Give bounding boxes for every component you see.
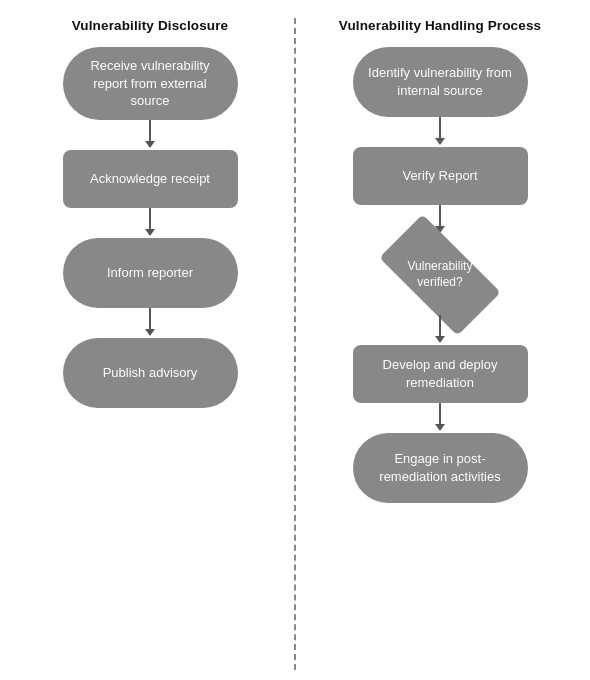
left-column: Vulnerability Disclosure Receive vulnera… [10, 18, 290, 670]
inform-reporter-node: Inform reporter [63, 238, 238, 308]
acknowledge-receipt-node: Acknowledge receipt [63, 150, 238, 208]
receive-report-node: Receive vulnerability report from extern… [63, 47, 238, 120]
connector-1 [149, 120, 151, 142]
publish-advisory-node: Publish advisory [63, 338, 238, 408]
verify-report-node: Verify Report [353, 147, 528, 205]
vulnerability-verified-node: Vulnerability verified? [353, 235, 528, 315]
column-divider [294, 18, 296, 670]
left-column-title: Vulnerability Disclosure [72, 18, 229, 33]
connector-r2 [439, 205, 441, 227]
right-column: Vulnerability Handling Process Identify … [300, 18, 580, 670]
identify-vulnerability-node: Identify vulnerability from internal sou… [353, 47, 528, 117]
right-nodes: Identify vulnerability from internal sou… [300, 47, 580, 503]
left-nodes: Receive vulnerability report from extern… [10, 47, 290, 408]
connector-r3 [439, 315, 441, 337]
connector-r4 [439, 403, 441, 425]
connector-3 [149, 308, 151, 330]
connector-r1 [439, 117, 441, 139]
diamond-label: Vulnerability verified? [385, 259, 495, 290]
right-column-title: Vulnerability Handling Process [339, 18, 541, 33]
engage-post-node: Engage in post-remediation activities [353, 433, 528, 503]
diagram-container: Vulnerability Disclosure Receive vulnera… [0, 0, 590, 680]
connector-2 [149, 208, 151, 230]
develop-deploy-node: Develop and deploy remediation [353, 345, 528, 403]
